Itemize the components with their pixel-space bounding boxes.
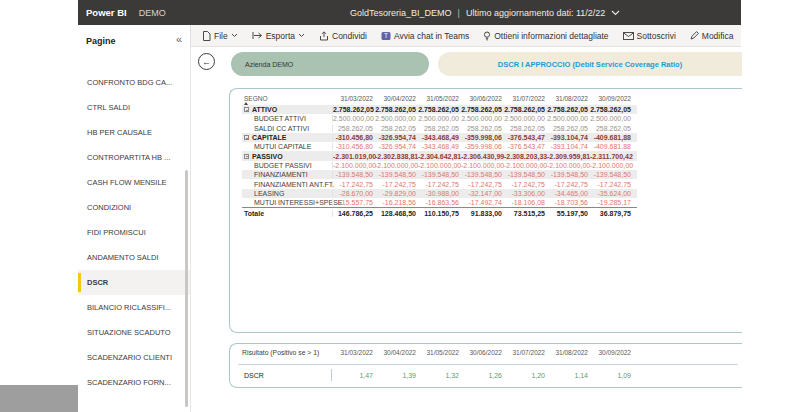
matrix-cell: 128.468,50 [375, 210, 418, 217]
collapse-row-icon[interactable] [244, 107, 249, 112]
share-icon [319, 31, 329, 41]
company-slicer[interactable]: Azienda DEMO [231, 52, 429, 76]
sidebar-item-fidi-promiscui[interactable]: FIDI PROMISCUI [78, 220, 190, 245]
matrix-cell: -326.954,74 [375, 134, 418, 141]
chevron-down-icon [298, 33, 305, 38]
toolbar-sottoscrivi-label: Sottoscrivi [637, 31, 676, 41]
matrix-column-header[interactable]: 30/09/2022 [590, 95, 633, 102]
sidebar-item-scadenzario-forn[interactable]: SCADENZARIO FORN... [78, 370, 190, 395]
toolbar-esporta-label: Esporta [266, 31, 295, 41]
matrix-column-header[interactable]: 30/04/2022 [375, 95, 418, 102]
toolbar-file-button[interactable]: File [197, 29, 243, 43]
scrollbar[interactable] [185, 170, 188, 407]
matrix-cell: -139.548,50 [375, 171, 418, 178]
last-update-label: Ultimo aggiornamento dati: 11/2/22 [466, 8, 605, 18]
edit-icon [690, 31, 699, 40]
matrix-cell: -393.104,74 [547, 134, 590, 141]
report-title-group: GoldTesoreria_BI_DEMO | Ultimo aggiornam… [350, 0, 620, 25]
matrix-row-capitale: CAPITALE-310.456,80-326.954,74-343.468,4… [242, 133, 637, 142]
matrix-cell: -18.106,08 [504, 199, 547, 206]
matrix-column-header[interactable]: 31/03/2022 [332, 95, 375, 102]
chevron-down-icon[interactable] [611, 10, 620, 16]
matrix-row-attivo: ATTIVO2.758.262,052.758.262,052.758.262,… [242, 105, 637, 114]
matrix-column-header[interactable]: 31/07/2022 [504, 95, 547, 102]
sidebar-item-confronto-bdg-ca[interactable]: CONFRONTO BDG CA... [78, 70, 190, 95]
matrix-row-saldi-cc-attivi: SALDI CC ATTIVI258.262,05258.262,05258.2… [242, 124, 637, 133]
matrix-cell: -139.548,50 [590, 171, 633, 178]
row-label: FINANZIAMENTI ANT.FT. [242, 181, 332, 188]
toolbar-esporta-button[interactable]: Esporta [247, 29, 310, 43]
toolbar-condividi-button[interactable]: Condividi [314, 29, 372, 43]
sidebar-item-label: SITUAZIONE SCADUTO [87, 328, 171, 337]
matrix-row-finanziamenti: FINANZIAMENTI-139.548,50-139.548,50-139.… [242, 170, 637, 179]
matrix-row-mutui-interessi-spese: MUTUI INTERESSI+SPESE-15.557,75-16.218,5… [242, 198, 637, 207]
toolbar-modifica-label: Modifica [702, 31, 734, 41]
sidebar-item-condizioni[interactable]: CONDIZIONI [78, 195, 190, 220]
toolbar-modifica-button[interactable]: Modifica [685, 29, 739, 43]
result-header-label: Risultato (Positivo se > 1) [242, 349, 332, 356]
matrix-row-passivo: PASSIVO-2.301.019,00-2.302.838,81-2.304.… [242, 151, 637, 160]
workspace-name: DEMO [139, 8, 166, 18]
collapse-row-icon[interactable] [244, 154, 249, 159]
pages-list: CONFRONTO BDG CA...CTRL SALDIHB PER CAUS… [78, 70, 190, 395]
pages-title: Pagine [86, 36, 116, 46]
matrix-cell: -2.100.000,00 [418, 162, 461, 169]
sidebar-item-andamento-saldi[interactable]: ANDAMENTO SALDI [78, 245, 190, 270]
result-divider [238, 364, 738, 365]
matrix-cell: -17.242,75 [590, 181, 633, 188]
matrix-cell: -359.998,06 [461, 143, 504, 150]
top-app-bar: Power BI DEMO GoldTesoreria_BI_DEMO | Ul… [78, 0, 741, 25]
matrix-corner-header[interactable]: SEGNO [242, 95, 332, 102]
result-column-header: 31/07/2022 [504, 349, 547, 356]
matrix-row-budget-attivi: BUDGET ATTIVI2.500.000,002.500.000,002.5… [242, 114, 637, 123]
matrix-row-budget-passivi: BUDGET PASSIVI-2.100.000,00-2.100.000,00… [242, 161, 637, 170]
dscr-matrix: SEGNO31/03/202230/04/202231/05/202230/06… [242, 92, 637, 218]
matrix-cell: -35.624,00 [590, 190, 633, 197]
matrix-cell: -2.309.959,81 [547, 153, 590, 160]
dscr-value-cell: 1,32 [418, 372, 461, 379]
row-label: BUDGET PASSIVI [242, 162, 332, 169]
selected-page-accent [78, 273, 81, 292]
matrix-cell: 73.515,25 [504, 210, 547, 217]
matrix-cell: 2.500.000,00 [332, 115, 375, 122]
sidebar-item-cash-flow-mensile[interactable]: CASH FLOW MENSILE [78, 170, 190, 195]
matrix-column-header[interactable]: 31/05/2022 [418, 95, 461, 102]
title-separator: | [458, 8, 460, 18]
matrix-cell: -2.100.000,00 [375, 162, 418, 169]
matrix-cell: 258.262,05 [375, 125, 418, 132]
matrix-cell: -17.242,75 [418, 181, 461, 188]
matrix-column-header[interactable]: 31/08/2022 [547, 95, 590, 102]
matrix-cell: -17.242,75 [504, 181, 547, 188]
sidebar-item-situazione-scaduto[interactable]: SITUAZIONE SCADUTO [78, 320, 190, 345]
matrix-cell: 2.758.262,05 [461, 106, 504, 113]
dscr-matrix-card: SEGNO31/03/202230/04/202231/05/202230/06… [229, 88, 742, 333]
row-label: ATTIVO [242, 106, 332, 113]
matrix-row-totale: Totale146.786,25128.468,50110.150,7591.8… [242, 207, 637, 218]
sidebar-item-bilancio-riclassifi[interactable]: BILANCIO RICLASSIFI... [78, 295, 190, 320]
collapse-pane-icon[interactable]: « [176, 33, 182, 45]
sidebar-item-dscr[interactable]: DSCR [78, 270, 190, 295]
sidebar-item-hb-per-causale[interactable]: HB PER CAUSALE [78, 120, 190, 145]
matrix-column-header[interactable]: 30/06/2022 [461, 95, 504, 102]
toolbar-sottoscrivi-button[interactable]: Sottoscrivi [618, 29, 681, 43]
matrix-cell: -34.465,00 [547, 190, 590, 197]
sidebar-item-scadenzario-clienti[interactable]: SCADENZARIO CLIENTI [78, 345, 190, 370]
matrix-cell: -139.548,50 [418, 171, 461, 178]
matrix-cell: -139.548,50 [332, 171, 375, 178]
chevron-down-icon [231, 33, 238, 38]
row-label: MUTUI INTERESSI+SPESE [242, 199, 332, 206]
row-label: Totale [242, 210, 332, 217]
matrix-row-leasing: LEASING-28.670,00-29.829,00-30.988,00-32… [242, 189, 637, 198]
matrix-cell: 2.500.000,00 [504, 115, 547, 122]
dscr-row-label: DSCR [242, 369, 332, 381]
toolbar-informazioni-button[interactable]: Ottieni informazioni dettagliate [478, 29, 613, 43]
matrix-cell: -18.703,56 [547, 199, 590, 206]
sidebar-item-contropartita-hb[interactable]: CONTROPARTITA HB ... [78, 145, 190, 170]
approach-slicer[interactable]: DSCR I APPROCCIO (Debit Service Coverage… [438, 52, 742, 76]
matrix-cell: 258.262,05 [547, 125, 590, 132]
sidebar-item-label: SCADENZARIO FORN... [87, 378, 171, 387]
collapse-row-icon[interactable] [244, 135, 249, 140]
sidebar-item-ctrl-saldi[interactable]: CTRL SALDI [78, 95, 190, 120]
back-button[interactable]: ← [198, 53, 215, 70]
toolbar-avvia-chat-teams-button[interactable]: TAvvia chat in Teams [376, 29, 474, 43]
